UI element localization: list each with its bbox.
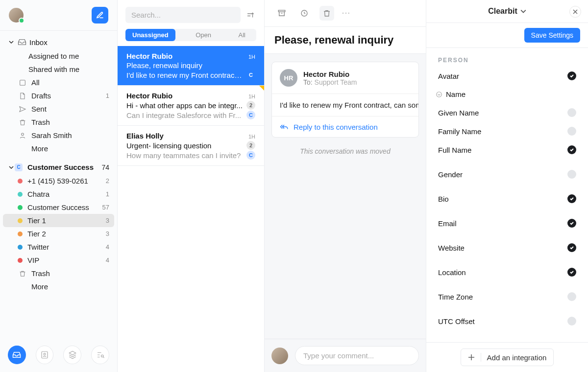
sidebar-item-shared-with-me[interactable]: Shared with me [3,63,114,76]
field-row-family-name[interactable]: Family Name [426,122,588,140]
check-on-icon[interactable] [567,145,576,154]
check-off-icon[interactable] [567,127,576,136]
inbox-header[interactable]: Inbox [3,35,114,49]
check-off-icon[interactable] [567,292,576,301]
file-icon [18,92,27,100]
sidebar-item-sarah-smith[interactable]: Sarah Smith [3,129,114,142]
inbox-icon [18,38,26,46]
user-icon [18,132,27,140]
tab-all[interactable]: All [232,29,256,41]
conv-time: 1H [248,134,255,140]
check-on-icon[interactable] [567,219,576,228]
sidebar-item-vip[interactable]: VIP4 [3,254,114,267]
conv-from: Hector Rubio [126,52,172,60]
check-off-icon[interactable] [567,317,576,326]
field-name: Family Name [438,127,481,136]
sort-button[interactable] [245,9,256,21]
field-row-employment[interactable]: Employment [426,336,588,342]
sidebar-item-drafts[interactable]: Drafts1 [3,89,114,102]
composer-input[interactable] [295,346,419,365]
search-input[interactable] [125,7,241,23]
layers-tool-button[interactable] [63,346,81,364]
sidebar-item-count: 1 [106,190,109,198]
field-name: Gender [438,170,463,179]
delete-button[interactable] [319,6,334,21]
sidebar-item-all[interactable]: All [3,76,114,89]
field-row-avatar[interactable]: Avatar [426,67,588,85]
sidebar-item-more[interactable]: More [3,280,114,293]
compose-button[interactable] [92,7,108,23]
channel-badge: C [246,111,255,119]
inbox-tool-button[interactable] [8,346,26,364]
conversation-note: This conversation was moved [265,141,426,161]
sidebar-item-label: Sarah Smith [31,131,109,140]
sidebar-item-tier-2[interactable]: Tier 23 [3,227,114,240]
sidebar-item-sent[interactable]: Sent [3,102,114,116]
field-name: Bio [438,195,449,203]
field-row-full-name[interactable]: Full Name [426,140,588,159]
check-on-icon[interactable] [567,243,576,252]
conversation-item[interactable]: Elias Holly1HUrgent- licensing question2… [118,126,264,166]
sidebar-item-count: 3 [106,217,109,224]
sidebar-item-trash[interactable]: Trash [3,116,114,129]
conv-subject: Hi - what other apps can be integr...2 [126,101,255,110]
conversation-list: Unassigned Open All Hector Rubio1HPlease… [118,0,265,372]
check-on-icon[interactable] [567,71,576,80]
save-settings-button[interactable]: Save Settings [524,28,580,43]
channel-dot [18,192,23,197]
sort-icon [246,11,255,20]
add-integration-button[interactable]: Add an integration [461,349,554,366]
check-on-icon[interactable] [567,268,576,277]
sidebar-item-label: Tier 2 [27,230,106,238]
team-badge: C [15,163,23,171]
sidebar-item-customer-success[interactable]: Customer Success57 [3,201,114,214]
conv-time: 1H [248,54,255,60]
check-off-icon[interactable] [567,108,576,117]
flag-corner [259,86,264,91]
panel-title-text: Clearbit [488,7,517,16]
svg-rect-0 [20,80,25,85]
to-label: To: [303,78,313,86]
conversation-pane: ··· Please, renewal inquiry HR Hector Ru… [265,0,426,372]
sidebar-item-chatra[interactable]: Chatra1 [3,187,114,201]
field-row-location[interactable]: Location [426,263,588,281]
tab-unassigned[interactable]: Unassigned [125,29,175,41]
field-row-email[interactable]: Email [426,214,588,232]
close-button[interactable] [569,6,581,18]
snooze-button[interactable] [297,6,312,21]
field-row-name[interactable]: Name [426,85,588,103]
conversation-item[interactable]: Hector Rubio1HPlease, renewal inquiryI'd… [118,46,264,86]
field-row-time-zone[interactable]: Time Zone [426,287,588,306]
field-row-utc-offset[interactable]: UTC Offset [426,312,588,330]
tab-open[interactable]: Open [175,29,232,41]
panel-title[interactable]: Clearbit [488,7,526,16]
sender-avatar: HR [280,69,297,87]
sidebar-item-more[interactable]: More [3,142,114,155]
svg-rect-5 [278,10,285,12]
analytics-tool-button[interactable] [91,346,109,364]
group-label: Customer Success [27,163,94,171]
contacts-tool-button[interactable] [36,346,54,364]
archive-button[interactable] [274,6,289,21]
sidebar-item--1-415-539-0261[interactable]: +1 (415) 539-02612 [3,174,114,187]
user-avatar[interactable] [9,8,24,23]
sidebar-item-trash[interactable]: Trash [3,267,114,280]
sender-name: Hector Rubio [303,70,357,78]
more-button[interactable]: ··· [342,9,351,17]
conv-preview: How many teammates can I invite?C [126,151,255,160]
sidebar-item-tier-1[interactable]: Tier 13 [3,214,114,227]
field-row-website[interactable]: Website [426,238,588,257]
field-row-bio[interactable]: Bio [426,189,588,208]
field-row-given-name[interactable]: Given Name [426,103,588,122]
sidebar-item-twitter[interactable]: Twitter4 [3,240,114,254]
check-off-icon[interactable] [567,170,576,179]
conversation-subject: Please, renewal inquiry [265,27,426,54]
conversation-item[interactable]: Hector Rubio1HHi - what other apps can b… [118,86,264,126]
reply-button[interactable]: Reply to this conversation [272,116,418,137]
sidebar-item-assigned-to-me[interactable]: Assigned to me [3,49,114,63]
channel-dot [18,205,23,210]
group-header[interactable]: C Customer Success 74 [3,160,114,174]
check-on-icon[interactable] [567,194,576,203]
thread-count-badge: 2 [246,101,255,110]
field-row-gender[interactable]: Gender [426,165,588,184]
